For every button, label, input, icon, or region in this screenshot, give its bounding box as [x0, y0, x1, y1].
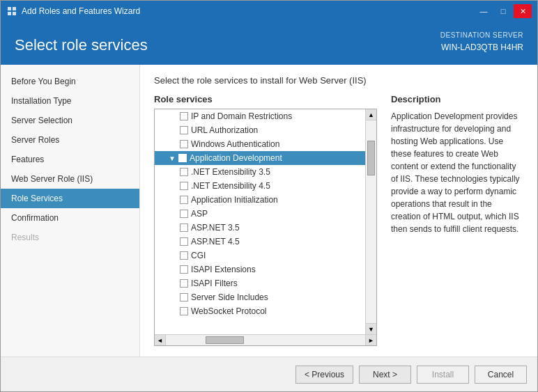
- scroll-right-button[interactable]: ►: [365, 335, 376, 346]
- install-button[interactable]: Install: [417, 366, 469, 384]
- list-item[interactable]: URL Authorization: [155, 123, 365, 137]
- cancel-button[interactable]: Cancel: [475, 366, 527, 384]
- item-label: ASP: [191, 209, 208, 219]
- item-label: .NET Extensibility 3.5: [191, 167, 270, 177]
- list-item[interactable]: WebSocket Protocol: [155, 304, 365, 318]
- scroll-thumb[interactable]: [367, 141, 375, 175]
- content-area: Select the role services to install for …: [140, 65, 537, 356]
- list-item[interactable]: ISAPI Filters: [155, 276, 365, 290]
- header-bar: Select role services DESTINATION SERVER …: [1, 22, 537, 65]
- list-item[interactable]: .NET Extensibility 3.5: [155, 165, 365, 179]
- footer: < Previous Next > Install Cancel: [1, 356, 537, 391]
- list-item[interactable]: Windows Authentication: [155, 137, 365, 151]
- sidebar-item-server-selection[interactable]: Server Selection: [1, 111, 139, 130]
- titlebar: Add Roles and Features Wizard — □ ✕: [1, 1, 537, 22]
- checkbox-aspnet45[interactable]: [180, 237, 188, 246]
- list-item[interactable]: IP and Domain Restrictions: [155, 109, 365, 123]
- checkbox-ssi[interactable]: [180, 293, 188, 301]
- next-button[interactable]: Next >: [359, 366, 411, 384]
- minimize-button[interactable]: —: [475, 4, 493, 18]
- sidebar-item-server-roles[interactable]: Server Roles: [1, 130, 139, 150]
- scroll-track: [366, 120, 376, 323]
- sidebar-item-features[interactable]: Features: [1, 150, 139, 169]
- checkbox-cgi[interactable]: [180, 251, 188, 260]
- item-label: URL Authorization: [191, 125, 258, 135]
- sidebar: Before You Begin Installation Type Serve…: [1, 65, 140, 356]
- list-item[interactable]: ISAPI Extensions: [155, 262, 365, 276]
- item-label: ISAPI Filters: [191, 279, 238, 288]
- item-label: .NET Extensibility 4.5: [191, 181, 270, 191]
- item-label: WebSocket Protocol: [191, 306, 267, 316]
- item-label: Windows Authentication: [191, 139, 279, 149]
- sidebar-item-before-you-begin[interactable]: Before You Begin: [1, 72, 139, 91]
- checkbox-isapi-ext[interactable]: [180, 265, 188, 274]
- main-content: Before You Begin Installation Type Serve…: [1, 65, 537, 356]
- server-info: DESTINATION SERVER WIN-LAD3QTB H4HR: [440, 30, 523, 54]
- item-label: Server Side Includes: [191, 292, 268, 302]
- checkbox-app-init[interactable]: [180, 196, 188, 204]
- svg-rect-2: [8, 12, 11, 15]
- item-label: IP and Domain Restrictions: [191, 111, 292, 121]
- instruction-text: Select the role services to install for …: [154, 75, 523, 86]
- destination-server-label: DESTINATION SERVER: [440, 30, 523, 41]
- list-item[interactable]: ASP.NET 3.5: [155, 221, 365, 235]
- checkbox-net35[interactable]: [180, 168, 188, 176]
- description-panel: Description Application Development prov…: [391, 94, 523, 346]
- checkbox-ip-domain[interactable]: [180, 112, 188, 120]
- list-item[interactable]: ASP.NET 4.5: [155, 235, 365, 249]
- checkbox-windows-auth[interactable]: [180, 140, 188, 148]
- item-label: Application Initialization: [191, 195, 278, 205]
- horizontal-scrollbar: ◄ ►: [155, 334, 376, 345]
- scroll-down-button[interactable]: ▼: [366, 323, 376, 334]
- list-items-area: IP and Domain Restrictions URL Authoriza…: [155, 109, 365, 334]
- list-item[interactable]: Server Side Includes: [155, 290, 365, 304]
- item-label: ASP.NET 3.5: [191, 223, 240, 233]
- two-col-layout: Role services IP and Domain Restrictions: [154, 94, 523, 346]
- checkbox-url-auth[interactable]: [180, 126, 188, 134]
- expand-icon: ▼: [169, 155, 176, 162]
- previous-button[interactable]: < Previous: [295, 366, 353, 384]
- item-label: Application Development: [190, 153, 282, 163]
- item-label: ISAPI Extensions: [191, 265, 256, 274]
- checkbox-app-dev[interactable]: [178, 154, 187, 162]
- svg-rect-0: [8, 7, 11, 10]
- checkbox-aspnet35[interactable]: [180, 224, 188, 232]
- page-title: Select role services: [15, 36, 148, 54]
- listbox-scroll-area: IP and Domain Restrictions URL Authoriza…: [155, 109, 376, 334]
- sidebar-item-web-server-role[interactable]: Web Server Role (IIS): [1, 169, 139, 189]
- item-label: ASP.NET 4.5: [191, 237, 240, 246]
- item-label: CGI: [191, 251, 206, 260]
- h-scroll-track: [166, 335, 365, 345]
- sidebar-item-role-services[interactable]: Role Services: [1, 189, 139, 208]
- maximize-button[interactable]: □: [494, 4, 512, 18]
- h-scroll-thumb[interactable]: [206, 336, 244, 344]
- checkbox-asp[interactable]: [180, 210, 188, 218]
- scroll-left-button[interactable]: ◄: [155, 335, 166, 346]
- checkbox-net45[interactable]: [180, 182, 188, 190]
- sidebar-item-confirmation[interactable]: Confirmation: [1, 208, 139, 228]
- list-item[interactable]: Application Initialization: [155, 193, 365, 207]
- svg-rect-1: [13, 7, 16, 10]
- titlebar-controls: — □ ✕: [475, 4, 532, 18]
- sidebar-item-results: Results: [1, 228, 139, 247]
- list-item[interactable]: .NET Extensibility 4.5: [155, 179, 365, 193]
- role-services-title: Role services: [154, 94, 377, 104]
- close-button[interactable]: ✕: [514, 4, 532, 18]
- description-text: Application Development provides infrast…: [391, 110, 523, 235]
- app-icon: [6, 6, 17, 17]
- list-item[interactable]: CGI: [155, 249, 365, 262]
- role-services-panel: Role services IP and Domain Restrictions: [154, 94, 377, 346]
- sidebar-item-installation-type[interactable]: Installation Type: [1, 91, 139, 111]
- list-item[interactable]: ASP: [155, 207, 365, 221]
- svg-rect-3: [13, 12, 16, 15]
- window-title: Add Roles and Features Wizard: [22, 6, 140, 16]
- checkbox-isapi-filt[interactable]: [180, 279, 188, 288]
- list-item-app-dev[interactable]: ▼ Application Development: [155, 151, 365, 165]
- checkbox-websocket[interactable]: [180, 307, 188, 315]
- scroll-up-button[interactable]: ▲: [366, 109, 376, 120]
- listbox-container: IP and Domain Restrictions URL Authoriza…: [154, 109, 377, 346]
- description-title: Description: [391, 94, 523, 104]
- vertical-scrollbar[interactable]: ▲ ▼: [365, 109, 376, 334]
- wizard-window: Add Roles and Features Wizard — □ ✕ Sele…: [0, 0, 538, 392]
- server-name: WIN-LAD3QTB H4HR: [440, 41, 523, 54]
